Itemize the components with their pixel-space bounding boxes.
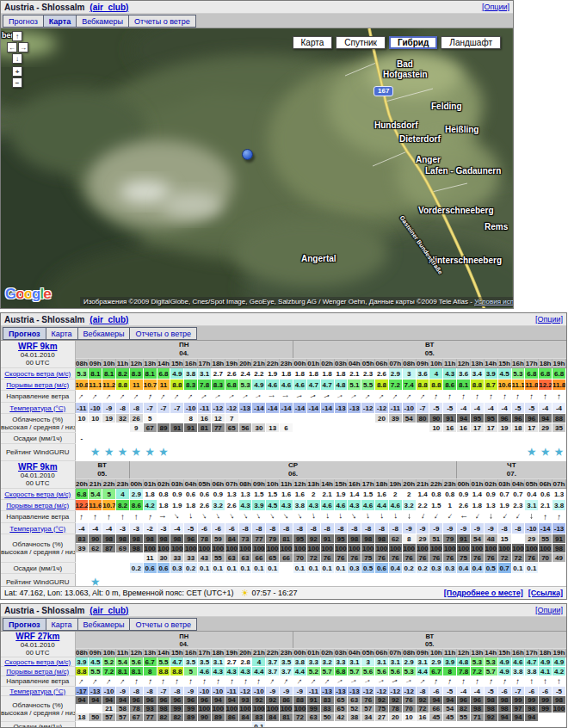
hour-header: 08h [75,359,89,368]
cell: 3.7 [266,667,280,676]
options-link[interactable]: [Опции] [535,606,563,614]
tab-3[interactable]: Вебкамеры [77,618,131,631]
model-link[interactable]: WRF 27km [15,632,59,641]
map-type-button[interactable]: Карта [293,36,333,49]
wind-arrow-icon: ↑ [528,392,534,402]
wind-direction-cell: ↑ [102,676,116,687]
spot-marker[interactable] [242,149,253,160]
zoom-out-button[interactable]: − [12,77,22,88]
map-type-button[interactable]: Ландшафт [441,36,501,49]
pan-right-button[interactable]: → [18,42,28,52]
map-type-button[interactable]: Гибрид [389,36,437,49]
wind-gusts-link[interactable]: Порывы ветра (м/с) [6,502,69,509]
cell: 3.1 [416,657,429,667]
tab-1[interactable]: Прогноз [3,15,44,28]
rating-cell [75,444,89,461]
club-link[interactable]: (air_club) [90,315,128,324]
cell: 1.8 [470,500,484,511]
cell [198,433,212,444]
cell: 0.1 [238,563,252,574]
cell [511,722,525,728]
tab-2[interactable]: Карта [43,15,77,28]
row-label: Скорость ветра (м/с) [1,368,75,379]
cell: 4.3 [280,500,293,511]
wind-gusts-link[interactable]: Порывы ветра (м/с) [6,381,69,389]
tab-3[interactable]: Вебкамеры [76,15,129,28]
row-label: Рейтинг WindGURU [1,444,75,461]
cell: 78 [388,705,402,713]
wind-arrow-icon: ↑ [363,392,373,401]
hour-header: 14h [484,359,497,368]
zoom-in-button[interactable]: + [12,66,22,77]
tab-4[interactable]: Отчеты о ветре [129,327,197,340]
tab-2[interactable]: Карта [46,327,78,340]
map-type-button[interactable]: Спутник [336,36,386,49]
wind-arrow-icon: ↑ [133,676,139,687]
wind-speed-link[interactable]: Скорость ветра (м/с) [4,490,71,498]
cell: 66 [429,705,443,713]
cell: -8 [348,523,361,534]
wind-speed-link[interactable]: Скорость ветра (м/с) [4,658,71,666]
cell [388,423,402,433]
rating-cell [497,444,511,461]
cell [211,433,225,444]
rating-cell: ★ [89,574,102,587]
temperature-link[interactable]: Температура (°C) [9,404,65,412]
model-link[interactable]: WRF 9km [18,342,58,351]
temperature-link[interactable]: Температура (°C) [9,688,65,695]
wind-arrow-icon: ↑ [447,392,453,402]
pan-down-button[interactable]: ↓ [12,53,22,64]
cell: 45 [443,713,457,722]
hour-header: 22h [266,359,280,368]
cell: 3 [402,368,416,379]
cell: 0.4 [470,563,484,574]
wind-direction-cell: ↑ [334,511,348,523]
cell: 89 [157,423,170,433]
club-link[interactable]: (air_club) [90,3,128,12]
model-link[interactable]: WRF 9km [18,462,58,472]
terms-link[interactable]: Условия использования [474,298,513,305]
cell: 96 [470,696,484,705]
temperature-link[interactable]: Температура (°C) [9,525,65,533]
cell: 0.1 [306,563,320,574]
hour-header: 00h [293,359,307,368]
hour-header: 13h [143,359,157,368]
tab-3[interactable]: Вебкамеры [77,327,131,340]
hour-header: 23h [280,359,293,368]
cell: -8 [306,523,320,534]
cell: 98 [348,534,361,544]
cell [306,722,320,728]
wind-direction-cell: ↑ [361,676,375,687]
cell: 98 [553,544,566,553]
tab-4[interactable]: Отчеты о ветре [128,15,196,28]
wind-arrow-icon: ↑ [338,512,343,521]
wind-arrow-icon: ↑ [214,511,222,521]
rating-cell: ★ [525,444,539,461]
tab-4[interactable]: Отчеты о ветре [129,618,197,631]
share-link[interactable]: [Ссылка] [528,589,563,597]
rating-cell [266,574,280,587]
pan-left-button[interactable]: ← [7,42,17,52]
wind-speed-link[interactable]: Скорость ветра (м/с) [4,370,71,378]
cell: 63 [306,713,320,722]
tab-2[interactable]: Карта [46,618,78,631]
club-link[interactable]: (air_club) [90,606,128,615]
tab-1[interactable]: Прогноз [3,618,46,631]
wind-arrow-icon: ↑ [418,392,428,402]
tab-1[interactable]: Прогноз [3,327,46,340]
pan-up-button[interactable]: ↑ [12,31,22,41]
cell: 82 [157,713,170,722]
cell: 18 [75,713,89,722]
rating-cell [211,444,225,461]
cell: -9 [470,523,484,534]
options-link[interactable]: [Опции] [482,3,509,11]
hour-header: 12h [129,649,143,657]
options-link[interactable]: [Опции] [535,315,563,324]
cell: -6 [225,523,238,534]
wind-direction-cell: ↑ [293,391,307,403]
wind-gusts-link[interactable]: Порывы ветра (м/с) [6,668,69,676]
satellite-map[interactable]: bergBadHofgasteinFeldingHundsdorfHeißlin… [1,28,513,308]
spot-details-link[interactable]: [Подробнее о месте] [444,589,523,597]
wind-arrow-icon: ↑ [79,512,85,522]
wind-direction-cell: ↑ [402,391,416,403]
